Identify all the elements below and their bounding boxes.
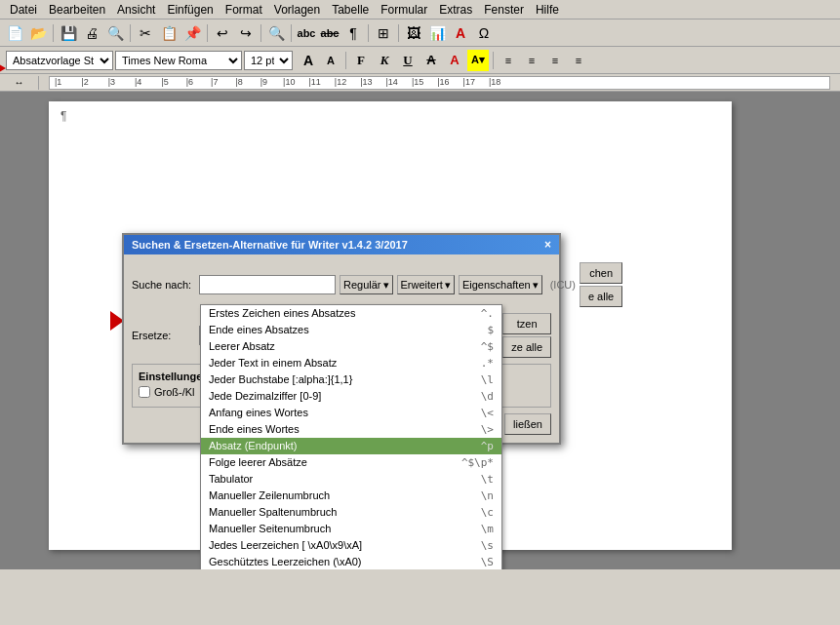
dropdown-shortcut-1: $: [487, 324, 494, 336]
menu-formular[interactable]: Formular: [375, 1, 433, 19]
align-justify-btn[interactable]: ≡: [568, 50, 589, 71]
toolbar-table-btn[interactable]: ⊞: [373, 22, 394, 44]
regulaer-dropdown[interactable]: Regulär ▾: [340, 275, 393, 294]
dropdown-item-1[interactable]: Ende eines Absatzes $: [201, 322, 501, 338]
ruler-inner: /* rendered via inline SVG static conten…: [49, 76, 830, 90]
toolbar-print-btn[interactable]: 🖨: [81, 22, 102, 44]
dropdown-item-14[interactable]: Jedes Leerzeichen [ \xA0\x9\xA] \s: [201, 537, 501, 554]
toolbar-fontcolor-btn[interactable]: A: [450, 22, 471, 44]
toolbar-sep-3: [207, 24, 208, 42]
toolbar-spell2-btn[interactable]: abc: [319, 22, 340, 44]
dropdown-shortcut-11: \n: [481, 489, 494, 502]
paragraph-style-select[interactable]: Absatzvorlage St: [6, 51, 113, 70]
gross-klein-checkbox[interactable]: [139, 386, 150, 398]
toolbar-redo-btn[interactable]: ↪: [235, 22, 257, 44]
icu-label: (ICU): [546, 279, 576, 291]
ersetzen-btn[interactable]: tzen: [502, 313, 551, 334]
toolbar-1: 📄 📂 💾 🖨 🔍 ✂ 📋 📌 ↩ ↪ 🔍 abc abc ¶ ⊞ 🖼 📊 A …: [0, 20, 840, 47]
dropdown-item-10[interactable]: Tabulator \t: [201, 471, 501, 488]
dropdown-item-4[interactable]: Jeder Buchstabe [:alpha:]{1,1} \l: [201, 371, 501, 388]
eigenschaften-dropdown[interactable]: Eigenschaften ▾: [459, 275, 542, 294]
dropdown-item-0[interactable]: Erstes Zeichen eines Absatzes ^.: [201, 305, 501, 322]
dropdown-label-6: Anfang eines Wortes: [209, 407, 308, 419]
toolbar-find-btn[interactable]: 🔍: [265, 22, 287, 44]
dropdown-label-12: Manueller Spaltenumbruch: [209, 506, 337, 519]
font-size-select[interactable]: 12 pt: [244, 51, 293, 70]
dropdown-item-12[interactable]: Manueller Spaltenumbruch \c: [201, 504, 501, 521]
toolbar-save-btn[interactable]: 💾: [58, 22, 79, 44]
menu-bearbeiten[interactable]: Bearbeiten: [43, 1, 111, 19]
dialog-close-btn[interactable]: ×: [544, 238, 551, 252]
erweitert-dropdown[interactable]: Erweitert ▾: [397, 275, 455, 294]
dropdown-shortcut-15: \S: [481, 556, 494, 568]
toolbar-sep-4: [260, 24, 261, 42]
dropdown-label-1: Ende eines Absatzes: [209, 324, 309, 336]
alle-suchen-btn[interactable]: e alle: [580, 286, 622, 307]
bold-btn[interactable]: F: [350, 50, 372, 71]
highlight-btn[interactable]: A▾: [467, 50, 489, 71]
toolbar-special-btn[interactable]: Ω: [473, 22, 495, 44]
dropdown-item-6[interactable]: Anfang eines Wortes \<: [201, 405, 501, 421]
dropdown-label-3: Jeder Text in einem Absatz: [209, 357, 337, 370]
align-left-btn[interactable]: ≡: [498, 50, 519, 71]
dropdown-shortcut-14: \s: [481, 539, 494, 552]
menu-ansicht[interactable]: Ansicht: [111, 1, 161, 19]
dropdown-label-9: Folge leerer Absätze: [209, 456, 307, 469]
menu-vorlagen[interactable]: Vorlagen: [268, 1, 326, 19]
strikethrough-btn[interactable]: A: [420, 50, 442, 71]
toolbar-image-btn[interactable]: 🖼: [403, 22, 424, 44]
toolbar-paste-btn[interactable]: 📌: [181, 22, 203, 44]
font-grow-btn[interactable]: A: [298, 50, 319, 71]
eigenschaften-arrow: ▾: [533, 279, 539, 292]
menu-fenster[interactable]: Fenster: [478, 1, 530, 19]
regulaer-label: Regulär: [343, 279, 381, 291]
dropdown-item-8[interactable]: Absatz (Endpunkt) ^p: [201, 438, 501, 454]
fontcolor-btn[interactable]: A: [444, 50, 465, 71]
menu-extras[interactable]: Extras: [433, 1, 478, 19]
dropdown-item-11[interactable]: Manueller Zeilenumbruch \n: [201, 488, 501, 504]
toolbar-cut-btn[interactable]: ✂: [135, 22, 156, 44]
dropdown-label-14: Jedes Leerzeichen [ \xA0\x9\xA]: [209, 539, 362, 552]
toolbar-spell-btn[interactable]: abc: [296, 22, 317, 44]
toolbar-open-btn[interactable]: 📂: [27, 22, 49, 44]
font-shrink-btn[interactable]: A: [320, 50, 341, 71]
dropdown-item-7[interactable]: Ende eines Wortes \>: [201, 421, 501, 438]
italic-btn[interactable]: K: [374, 50, 395, 71]
schliessen-btn[interactable]: ließen: [504, 413, 551, 435]
dropdown-item-13[interactable]: Manueller Seitenumbruch \m: [201, 521, 501, 537]
toolbar-new-btn[interactable]: 📄: [4, 22, 25, 44]
menu-hilfe[interactable]: Hilfe: [530, 1, 565, 19]
menu-datei[interactable]: Datei: [4, 1, 43, 19]
align-center-btn[interactable]: ≡: [521, 50, 542, 71]
dropdown-item-15[interactable]: Geschütztes Leerzeichen (\xA0) \S: [201, 554, 501, 569]
font-select[interactable]: Times New Roma: [115, 51, 242, 70]
dropdown-label-10: Tabulator: [209, 473, 253, 486]
toolbar-undo-btn[interactable]: ↩: [212, 22, 233, 44]
underline-btn[interactable]: U: [397, 50, 419, 71]
toolbar-copy-btn[interactable]: 📋: [158, 22, 180, 44]
align-right-btn[interactable]: ≡: [544, 50, 566, 71]
menu-tabelle[interactable]: Tabelle: [326, 1, 375, 19]
search-input[interactable]: [199, 275, 336, 294]
menu-einfuegen[interactable]: Einfügen: [161, 1, 219, 19]
dropdown-item-3[interactable]: Jeder Text in einem Absatz .*: [201, 355, 501, 371]
suchen-btn[interactable]: chen: [580, 262, 622, 284]
menu-format[interactable]: Format: [220, 1, 268, 19]
fmt-sep-2: [493, 52, 494, 69]
replace-label: Ersetze:: [132, 330, 195, 341]
toolbar-para-btn[interactable]: ¶: [342, 22, 364, 44]
document-area: ¶ Suchen & Ersetzen-Alternative für Writ…: [0, 92, 840, 569]
dropdown-item-2[interactable]: Leerer Absatz ^$: [201, 338, 501, 355]
fmt-sep-1: [345, 52, 346, 69]
dropdown-item-5[interactable]: Jede Dezimalziffer [0-9] \d: [201, 388, 501, 405]
option-gross-klein: Groß-/Kl: [139, 386, 195, 398]
regex-dropdown-menu: Erstes Zeichen eines Absatzes ^. Ende ei…: [200, 304, 502, 569]
toolbar-preview-btn[interactable]: 🔍: [104, 22, 126, 44]
paragraph-marker: ¶: [60, 109, 66, 123]
dropdown-item-9[interactable]: Folge leerer Absätze ^$\p*: [201, 454, 501, 471]
dropdown-shortcut-10: \t: [481, 473, 494, 486]
toolbar-sep-2: [130, 24, 131, 42]
erweitert-arrow: ▾: [445, 279, 451, 292]
toolbar-chart-btn[interactable]: 📊: [426, 22, 448, 44]
ersetzen-alle-btn[interactable]: ze alle: [502, 336, 551, 358]
